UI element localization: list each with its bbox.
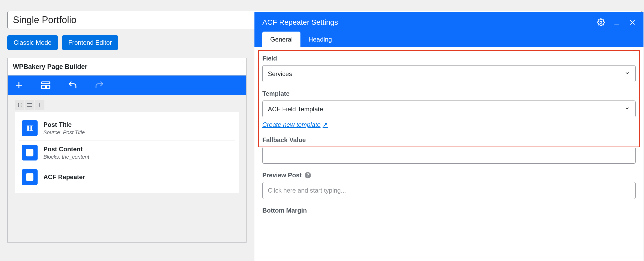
- external-link-icon: ↗: [323, 121, 328, 128]
- wpbakery-panel: WPBakery Page Builder: [7, 58, 247, 243]
- preview-post-label-text: Preview Post: [262, 172, 301, 179]
- field-label: Field: [262, 55, 636, 62]
- help-icon[interactable]: ?: [305, 172, 311, 178]
- settings-panel: ACF Repeater Settings General Heading Fi…: [254, 12, 643, 261]
- mode-button-row: Classic Mode Frontend Editor: [7, 35, 254, 50]
- frontend-editor-button[interactable]: Frontend Editor: [62, 35, 118, 50]
- template-select[interactable]: ACF Field Template: [262, 101, 636, 117]
- settings-tabs: General Heading: [262, 32, 340, 47]
- svg-rect-20: [28, 177, 29, 178]
- fallback-label: Fallback Value: [262, 136, 636, 144]
- create-template-link-text: Create new template: [262, 121, 320, 128]
- svg-rect-4: [47, 85, 50, 89]
- templates-icon[interactable]: [41, 80, 51, 90]
- row-layout-icon[interactable]: [25, 100, 34, 110]
- bottom-margin-label: Bottom Margin: [262, 207, 636, 214]
- settings-gear-icon[interactable]: [597, 18, 605, 27]
- tab-general[interactable]: General: [262, 32, 300, 47]
- svg-rect-19: [30, 175, 32, 176]
- undo-icon[interactable]: [68, 80, 78, 90]
- preview-post-input[interactable]: [262, 182, 636, 199]
- add-element-icon[interactable]: [14, 80, 24, 90]
- settings-body: Field Services Template ACF Field Templa…: [254, 47, 643, 225]
- element-acf-repeater[interactable]: ACF Repeater: [19, 165, 235, 189]
- wpbakery-stage: H Post Title Source: Post Title Post Con…: [8, 95, 246, 242]
- heading-icon: H: [22, 120, 38, 136]
- element-title: Post Content: [43, 145, 89, 153]
- redo-icon: [94, 80, 104, 90]
- element-text: Post Content Blocks: the_content: [43, 145, 89, 160]
- element-text: Post Title Source: Post Title: [43, 121, 85, 135]
- element-title: ACF Repeater: [43, 173, 85, 181]
- row-add-icon[interactable]: [35, 100, 44, 110]
- row-toolbar: [15, 100, 239, 110]
- settings-header: ACF Repeater Settings General Heading: [254, 12, 643, 47]
- template-label: Template: [262, 90, 636, 97]
- svg-rect-18: [28, 175, 29, 176]
- element-post-content[interactable]: Post Content Blocks: the_content: [19, 140, 235, 165]
- wpbakery-panel-title: WPBakery Page Builder: [8, 58, 246, 76]
- svg-rect-2: [42, 82, 50, 84]
- element-subtitle: Blocks: the_content: [43, 154, 89, 160]
- element-post-title[interactable]: H Post Title Source: Post Title: [19, 116, 235, 140]
- row-container: H Post Title Source: Post Title Post Con…: [15, 112, 239, 193]
- content-icon: [22, 145, 38, 160]
- element-title: Post Title: [43, 121, 85, 128]
- minimize-icon[interactable]: [612, 18, 621, 27]
- field-select[interactable]: Services: [262, 65, 636, 82]
- close-icon[interactable]: [628, 18, 637, 27]
- fallback-input[interactable]: [262, 147, 636, 164]
- row-move-icon[interactable]: [15, 100, 24, 110]
- create-template-link[interactable]: Create new template ↗: [262, 121, 328, 128]
- preview-post-label: Preview Post ?: [262, 172, 636, 179]
- tab-heading[interactable]: Heading: [300, 32, 340, 47]
- element-text: ACF Repeater: [43, 173, 85, 181]
- settings-title: ACF Repeater Settings: [262, 18, 636, 27]
- wpbakery-toolbar: [8, 76, 246, 95]
- svg-point-22: [600, 21, 602, 23]
- svg-rect-21: [30, 177, 32, 178]
- svg-rect-3: [42, 85, 45, 89]
- element-subtitle: Source: Post Title: [43, 129, 85, 135]
- svg-text:H: H: [27, 124, 33, 132]
- repeater-icon: [22, 169, 38, 185]
- classic-mode-button[interactable]: Classic Mode: [7, 35, 58, 50]
